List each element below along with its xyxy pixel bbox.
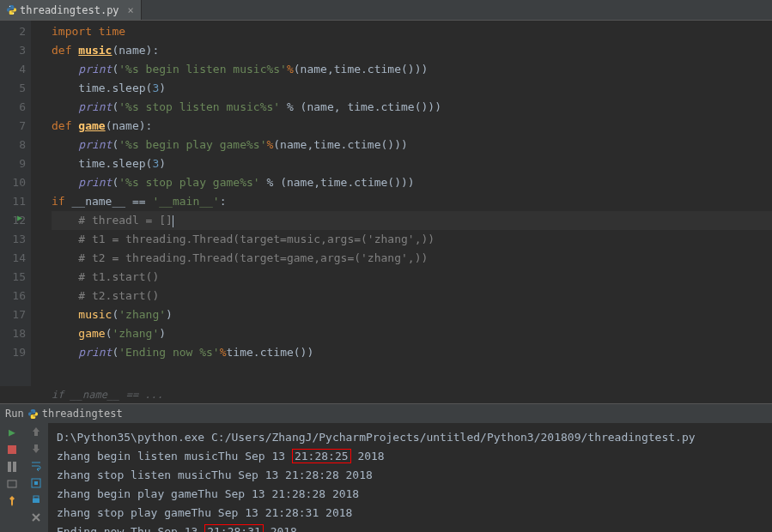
console-command: D:\Python35\python.exe C:/Users/ZhangJ/P… bbox=[57, 428, 763, 447]
arrow-down-icon[interactable] bbox=[30, 443, 42, 455]
pause-icon[interactable] bbox=[6, 461, 18, 473]
svg-rect-2 bbox=[8, 445, 16, 454]
run-gutter-icon[interactable]: ▶ bbox=[17, 213, 22, 222]
console-line: zhang stop play gameThu Sep 13 21:28:31 … bbox=[57, 504, 763, 523]
breadcrumb[interactable]: if __name__ == ... bbox=[0, 386, 772, 403]
console-line: zhang begin play gameThu Sep 13 21:28:28… bbox=[57, 485, 763, 504]
svg-rect-8 bbox=[33, 496, 39, 499]
svg-rect-4 bbox=[13, 462, 16, 472]
run-config-name: threadingtest bbox=[42, 408, 123, 420]
pin-icon[interactable] bbox=[6, 495, 18, 507]
run-toolbar-left: ▶ bbox=[0, 423, 24, 532]
run-toolbar-inner bbox=[24, 423, 48, 532]
rerun-icon[interactable]: ▶ bbox=[9, 426, 15, 438]
python-icon bbox=[28, 409, 38, 419]
run-label: Run bbox=[5, 408, 24, 420]
svg-point-1 bbox=[13, 13, 14, 14]
arrow-up-icon[interactable] bbox=[30, 426, 42, 438]
svg-point-0 bbox=[9, 6, 10, 7]
line-gutter: 2 3 4 5 6 7 8 9 10 11 12 13 14 15 16 17 … bbox=[0, 21, 31, 386]
clear-icon[interactable] bbox=[30, 511, 42, 523]
scroll-end-icon[interactable] bbox=[30, 477, 42, 489]
tab-label: threadingtest.py bbox=[20, 4, 119, 16]
python-icon bbox=[7, 5, 16, 15]
svg-rect-5 bbox=[8, 481, 16, 487]
svg-rect-7 bbox=[33, 499, 40, 503]
svg-rect-3 bbox=[8, 462, 11, 472]
console-output[interactable]: D:\Python35\python.exe C:/Users/ZhangJ/P… bbox=[48, 423, 772, 532]
run-header: Run threadingtest bbox=[0, 404, 772, 423]
close-icon[interactable]: × bbox=[128, 4, 134, 16]
print-icon[interactable] bbox=[30, 494, 42, 506]
code-area[interactable]: ▶ import time def music(name): print('%s… bbox=[31, 21, 772, 386]
console-line: zhang begin listen musicThu Sep 13 21:28… bbox=[57, 447, 763, 466]
tab-bar: threadingtest.py × bbox=[0, 0, 772, 21]
run-panel: Run threadingtest ▶ D:\Python35\python.e… bbox=[0, 403, 772, 532]
console-line: zhang stop listen musicThu Sep 13 21:28:… bbox=[57, 466, 763, 485]
dump-icon[interactable] bbox=[6, 478, 18, 490]
soft-wrap-icon[interactable] bbox=[30, 460, 42, 472]
tab-file[interactable]: threadingtest.py × bbox=[0, 0, 142, 20]
console-line: Ending now Thu Sep 13 21:28:31 2018 bbox=[57, 523, 763, 532]
code-editor[interactable]: 2 3 4 5 6 7 8 9 10 11 12 13 14 15 16 17 … bbox=[0, 21, 772, 386]
stop-icon[interactable] bbox=[6, 444, 18, 456]
